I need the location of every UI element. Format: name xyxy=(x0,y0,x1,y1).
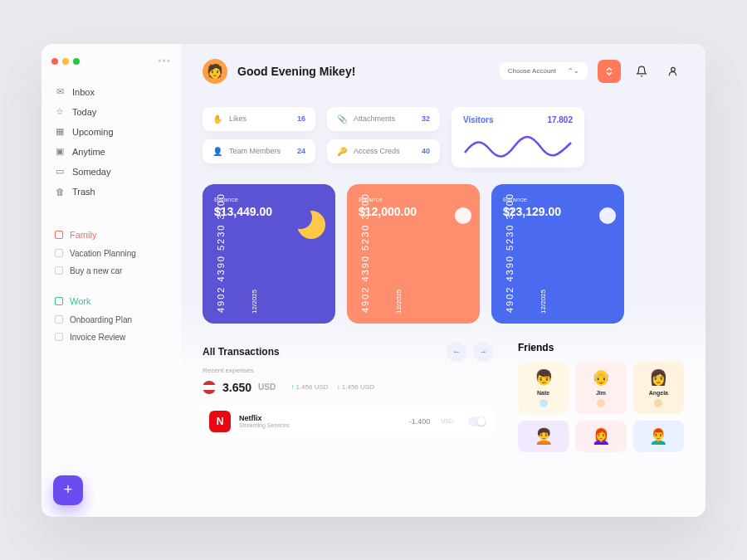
circle-icon xyxy=(599,207,616,224)
friend-name: Nate xyxy=(537,390,549,396)
checkbox-icon xyxy=(55,231,63,239)
stat-attachments[interactable]: 📎Attachments32 xyxy=(327,107,440,131)
project-item-car[interactable]: Buy a new car xyxy=(51,262,171,280)
layers-icon: ▣ xyxy=(55,147,65,157)
sparkline-chart xyxy=(463,131,573,159)
add-button[interactable]: + xyxy=(53,475,83,505)
friend-jim[interactable]: 👴Jim xyxy=(575,362,626,414)
sidebar-item-label: Anytime xyxy=(72,147,105,157)
friends-panel: Friends 👦Nate 👴Jim 👩Angela 🧑‍🦱 👩‍🦰 👨‍🦰 xyxy=(518,342,684,452)
friend-5[interactable]: 👩‍🦰 xyxy=(575,421,626,452)
friend-nate[interactable]: 👦Nate xyxy=(518,362,569,414)
project-label: Family xyxy=(70,230,96,240)
stat-team[interactable]: 👤Team Members24 xyxy=(203,139,315,163)
cards-row: Balance $13,449.00 4902 4390 5230 3300 1… xyxy=(203,184,684,324)
maximize-window-icon[interactable] xyxy=(73,58,80,65)
inout: ↑ 1.456 USD ↓ 1.456 USD xyxy=(290,383,374,391)
total-row: 3.650 USD ↑ 1.456 USD ↓ 1.456 USD xyxy=(203,381,493,394)
project-family[interactable]: Family xyxy=(51,225,171,245)
sidebar-item-someday[interactable]: ▭Someday xyxy=(51,162,171,182)
stat-value: 16 xyxy=(297,114,305,123)
project-label: Work xyxy=(70,296,90,306)
sidebar: ••• ✉Inbox ☆Today ▦Upcoming ▣Anytime ▭So… xyxy=(42,44,181,517)
sidebar-item-inbox[interactable]: ✉Inbox xyxy=(51,82,171,102)
friend-avatar: 👦 xyxy=(535,368,553,387)
checkbox-icon xyxy=(55,266,63,275)
avatar[interactable]: 🧑 xyxy=(203,59,227,84)
bottom-row: All Transactions ← → Recent expenses 3.6… xyxy=(203,342,684,452)
recent-label: Recent expenses xyxy=(203,367,493,374)
card-number: 4902 4390 5230 3300 xyxy=(503,192,517,313)
stat-access[interactable]: 🔑Access Creds40 xyxy=(327,139,440,163)
sidebar-item-anytime[interactable]: ▣Anytime xyxy=(51,142,171,162)
sidebar-item-upcoming[interactable]: ▦Upcoming xyxy=(51,122,171,142)
project-item-label: Invoice Review xyxy=(70,333,125,342)
tx-currency: USD xyxy=(441,418,453,424)
tx-toggle[interactable] xyxy=(468,416,486,426)
prev-button[interactable]: ← xyxy=(447,342,466,362)
checkbox-icon xyxy=(55,333,63,341)
close-window-icon[interactable] xyxy=(51,58,58,65)
greeting: Good Evening Mikey! xyxy=(237,65,355,78)
credit-card-1[interactable]: Balance $13,449.00 4902 4390 5230 3300 1… xyxy=(203,184,335,324)
sidebar-item-label: Inbox xyxy=(72,87,95,97)
project-item-label: Onboarding Plan xyxy=(70,315,132,324)
project-item-vacation[interactable]: Vacation Planning xyxy=(51,245,171,262)
stat-label: Attachments xyxy=(354,114,415,123)
status-badge xyxy=(540,399,548,407)
user-icon[interactable] xyxy=(662,61,684,82)
arrow-up-icon: ↑ xyxy=(290,383,294,391)
visitors-card[interactable]: Visitors17.802 xyxy=(452,107,584,168)
balance-value: $12,000.00 xyxy=(359,205,468,218)
transactions-panel: All Transactions ← → Recent expenses 3.6… xyxy=(203,342,493,452)
tx-name: Netflix xyxy=(239,414,290,422)
transaction-row[interactable]: N Netflix Streaming Services -1.400 USD xyxy=(203,406,493,437)
more-icon[interactable]: ••• xyxy=(158,56,171,67)
hand-icon: ✋ xyxy=(212,114,222,124)
netflix-icon: N xyxy=(209,411,231,432)
swap-button[interactable] xyxy=(598,60,621,83)
bell-icon[interactable] xyxy=(631,61,652,82)
balance-label: Balance xyxy=(359,196,468,203)
circle-icon xyxy=(455,207,471,224)
header: 🧑 Good Evening Mikey! Choose Account⌃⌄ xyxy=(203,59,684,84)
arrow-down-icon: ↓ xyxy=(337,383,340,391)
project-work[interactable]: Work xyxy=(51,291,171,311)
balance-label: Balance xyxy=(503,196,613,203)
balance-value: $23,129.00 xyxy=(503,205,613,218)
window-controls: ••• xyxy=(51,56,171,67)
friend-angela[interactable]: 👩Angela xyxy=(633,362,684,414)
svg-point-0 xyxy=(671,67,676,71)
next-button[interactable]: → xyxy=(473,342,493,362)
sidebar-item-today[interactable]: ☆Today xyxy=(51,102,171,122)
visitors-value: 17.802 xyxy=(547,115,573,124)
chevron-updown-icon: ⌃⌄ xyxy=(568,67,579,75)
tx-category: Streaming Services xyxy=(239,422,290,428)
sidebar-item-label: Upcoming xyxy=(72,127,114,137)
stat-value: 40 xyxy=(422,147,430,155)
inbox-icon: ✉ xyxy=(55,87,65,97)
project-item-onboarding[interactable]: Onboarding Plan xyxy=(51,311,171,329)
project-item-label: Buy a new car xyxy=(70,266,122,275)
archive-icon: ▭ xyxy=(55,167,65,177)
outflow-value: 1.456 xyxy=(342,383,359,391)
checkbox-icon xyxy=(55,297,63,305)
friend-4[interactable]: 🧑‍🦱 xyxy=(518,421,569,452)
stat-label: Likes xyxy=(229,114,290,123)
status-badge xyxy=(597,399,605,407)
project-item-invoice[interactable]: Invoice Review xyxy=(51,329,171,346)
star-icon: ☆ xyxy=(55,107,65,117)
person-icon: 👤 xyxy=(212,147,222,156)
friend-avatar: 👩‍🦰 xyxy=(592,427,610,446)
checkbox-icon xyxy=(55,315,63,324)
card-number: 4902 4390 5230 3300 xyxy=(359,192,373,313)
total-currency: USD xyxy=(258,382,276,392)
credit-card-3[interactable]: Balance $23,129.00 4902 4390 5230 3300 1… xyxy=(491,184,624,324)
account-selector[interactable]: Choose Account⌃⌄ xyxy=(500,62,588,80)
stat-likes[interactable]: ✋Likes16 xyxy=(203,107,315,131)
friend-6[interactable]: 👨‍🦰 xyxy=(633,421,684,452)
calendar-icon: ▦ xyxy=(55,127,65,137)
sidebar-item-trash[interactable]: 🗑Trash xyxy=(51,182,171,202)
minimize-window-icon[interactable] xyxy=(62,58,69,65)
credit-card-2[interactable]: Balance $12,000.00 4902 4390 5230 3300 1… xyxy=(347,184,480,324)
